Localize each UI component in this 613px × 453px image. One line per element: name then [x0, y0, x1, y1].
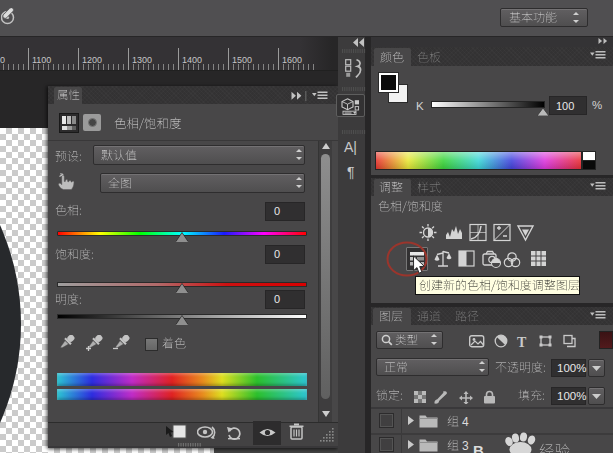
- svg-text:T: T: [517, 335, 527, 349]
